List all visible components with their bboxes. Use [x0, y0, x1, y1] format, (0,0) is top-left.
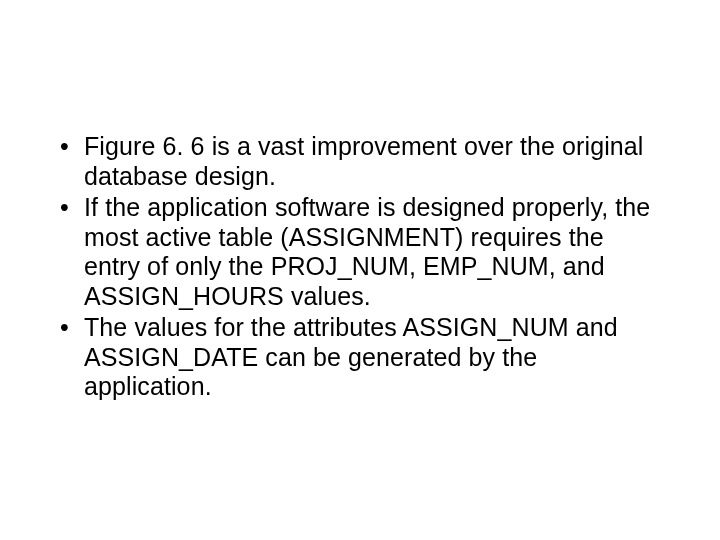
bullet-list: Figure 6. 6 is a vast improvement over t… [56, 132, 664, 402]
list-item: The values for the attributes ASSIGN_NUM… [56, 313, 664, 402]
list-item: Figure 6. 6 is a vast improvement over t… [56, 132, 664, 191]
list-item: If the application software is designed … [56, 193, 664, 311]
slide: Figure 6. 6 is a vast improvement over t… [0, 0, 720, 540]
